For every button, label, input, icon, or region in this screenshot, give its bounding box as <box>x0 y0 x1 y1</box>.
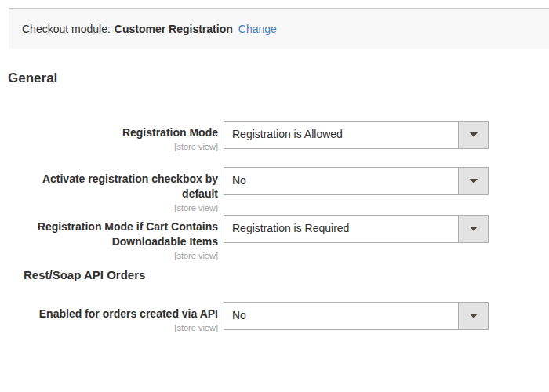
activate-checkbox-default-select[interactable]: No <box>224 167 489 195</box>
dropdown-arrow-button[interactable] <box>458 122 488 148</box>
api-orders-enabled-label: Enabled for orders created via API <box>8 307 218 321</box>
store-view-scope-label: [store view] <box>8 141 218 152</box>
downloadable-registration-mode-select[interactable]: Registration is Required <box>224 215 489 243</box>
dropdown-arrow-button[interactable] <box>458 168 488 194</box>
form-row-registration-mode: Registration Mode [store view] Registrat… <box>8 121 549 152</box>
banner-prefix-label: Checkout module: <box>22 23 111 35</box>
chevron-down-icon <box>470 179 478 183</box>
form-row-activate-checkbox-default: Activate registration checkbox by defaul… <box>8 167 549 213</box>
form-row-api-orders-enabled: Enabled for orders created via API [stor… <box>8 302 549 333</box>
chevron-down-icon <box>470 132 478 137</box>
label-cell: Activate registration checkbox by defaul… <box>8 167 218 213</box>
section-title-rest-soap-api-orders: Rest/Soap API Orders <box>24 268 549 282</box>
api-orders-enabled-select-value: No <box>224 303 458 329</box>
label-cell: Registration Mode if Cart Contains Downl… <box>8 215 218 261</box>
section-title-general: General <box>8 71 549 86</box>
registration-mode-label: Registration Mode <box>8 125 218 140</box>
config-content: General Registration Mode [store view] R… <box>8 71 549 333</box>
store-view-scope-label: [store view] <box>8 322 218 333</box>
change-module-link[interactable]: Change <box>238 23 277 35</box>
downloadable-registration-mode-label: Registration Mode if Cart Contains Downl… <box>8 220 218 249</box>
label-cell: Enabled for orders created via API [stor… <box>8 302 218 333</box>
dropdown-arrow-button[interactable] <box>458 216 488 242</box>
registration-mode-select-value: Registration is Allowed <box>224 122 458 148</box>
downloadable-registration-mode-select-value: Registration is Required <box>224 216 458 242</box>
form-row-downloadable-registration-mode: Registration Mode if Cart Contains Downl… <box>8 215 549 261</box>
api-orders-enabled-select[interactable]: No <box>224 302 489 330</box>
chevron-down-icon <box>470 314 478 318</box>
label-cell: Registration Mode [store view] <box>8 121 218 152</box>
registration-mode-select[interactable]: Registration is Allowed <box>224 121 489 149</box>
activate-checkbox-default-select-value: No <box>224 168 458 194</box>
banner-module-name: Customer Registration <box>115 23 233 35</box>
store-view-scope-label: [store view] <box>8 250 218 261</box>
checkout-module-banner: Checkout module: Customer Registration C… <box>9 8 549 49</box>
store-view-scope-label: [store view] <box>8 202 218 213</box>
dropdown-arrow-button[interactable] <box>458 303 488 329</box>
chevron-down-icon <box>470 227 478 231</box>
activate-checkbox-default-label: Activate registration checkbox by defaul… <box>8 172 218 201</box>
